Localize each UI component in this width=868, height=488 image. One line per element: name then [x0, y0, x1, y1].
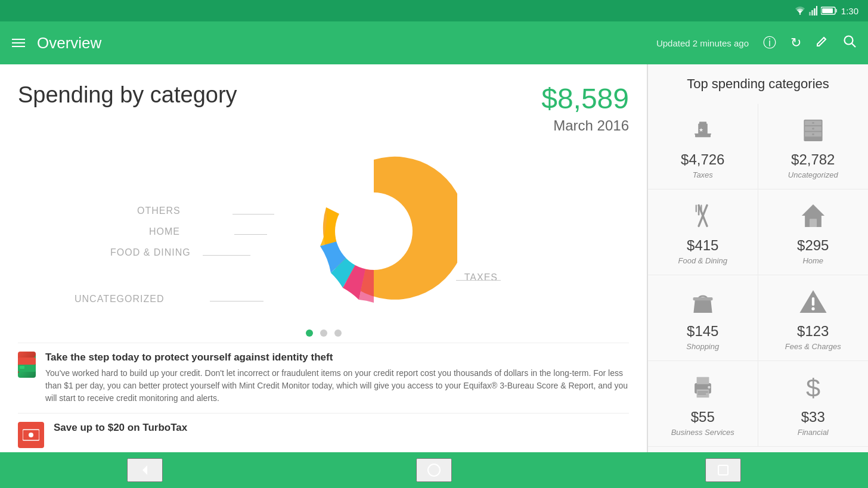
fees-amount: $123: [797, 323, 829, 340]
dot-3[interactable]: [334, 330, 342, 337]
svg-rect-11: [18, 358, 36, 365]
main-panel: Spending by category $8,589 March 2016 O…: [0, 64, 647, 452]
svg-point-15: [29, 433, 33, 437]
label-line-home: [234, 234, 267, 235]
recents-button[interactable]: [705, 458, 741, 482]
svg-rect-41: [696, 377, 709, 384]
taxes-amount: $4,726: [681, 151, 724, 168]
svg-rect-35: [693, 297, 712, 300]
label-home: HOME: [149, 226, 180, 237]
business-amount: $55: [691, 409, 715, 425]
notification-content-turbotax: Save up to $20 on TurboTax: [54, 422, 187, 437]
hamburger-menu[interactable]: [12, 39, 25, 47]
main-layout: Spending by category $8,589 March 2016 O…: [0, 64, 868, 452]
financial-name: Financial: [798, 428, 829, 437]
nav-updated-text: Updated 2 minutes ago: [656, 38, 749, 48]
uncategorized-name: Uncategorized: [788, 170, 838, 179]
category-shopping[interactable]: $145 Shopping: [648, 275, 758, 361]
top-spending-title: Top spending categories: [648, 76, 868, 92]
svg-point-47: [428, 464, 440, 476]
svg-point-44: [708, 386, 710, 388]
notification-icon-identity: [18, 352, 36, 378]
refresh-icon[interactable]: ↻: [790, 35, 801, 51]
edit-icon[interactable]: [816, 35, 829, 51]
business-icon: [686, 371, 720, 404]
financial-amount: $33: [801, 409, 825, 425]
status-bar: 1:30: [0, 0, 868, 21]
status-icons: 1:30: [795, 6, 858, 16]
food-name: Food & Dining: [678, 256, 727, 265]
label-food: FOOD & DINING: [110, 247, 191, 258]
top-nav-bar: Overview Updated 2 minutes ago ⓘ ↻: [0, 21, 868, 64]
chart-container: OTHERS HOME FOOD & DINING TAXES UNCATEGO…: [18, 140, 629, 325]
category-fees[interactable]: $123 Fees & Charges: [758, 275, 869, 361]
svg-rect-1: [809, 12, 811, 15]
svg-rect-25: [812, 122, 814, 124]
svg-rect-13: [20, 366, 24, 369]
svg-rect-27: [812, 133, 814, 135]
notif-body-identity: You've worked hard to build up your cred…: [45, 367, 629, 405]
home-button[interactable]: [416, 458, 452, 482]
signal-icon: [809, 6, 817, 15]
dot-1[interactable]: [306, 330, 313, 337]
spending-header: Spending by category $8,589 March 2016: [18, 82, 629, 134]
business-name: Business Services: [671, 428, 734, 437]
fees-icon: [796, 285, 830, 318]
notif-title-turbotax: Save up to $20 on TurboTax: [54, 422, 187, 434]
svg-point-8: [845, 36, 853, 45]
svg-line-9: [852, 43, 856, 48]
category-food-dining[interactable]: $415 Food & Dining: [648, 189, 758, 275]
svg-point-0: [799, 13, 801, 14]
amount-date: March 2016: [541, 117, 629, 134]
notification-turbotax[interactable]: Save up to $20 on TurboTax: [18, 413, 629, 452]
home-name: Home: [802, 256, 823, 265]
notification-icon-turbotax: [18, 422, 44, 448]
svg-text:★: ★: [699, 127, 703, 133]
donut-chart: [290, 148, 457, 317]
total-amount: $8,589: [541, 82, 629, 115]
category-financial[interactable]: $ $33 Financial: [758, 361, 869, 447]
category-home[interactable]: $295 Home: [758, 189, 869, 275]
label-taxes: TAXES: [464, 272, 498, 283]
svg-rect-3: [814, 8, 816, 15]
shopping-icon: [686, 285, 720, 318]
svg-rect-48: [718, 465, 728, 475]
svg-rect-6: [836, 9, 837, 13]
back-button[interactable]: [127, 458, 163, 482]
right-panel: Top spending categories ★ $4,726 T: [647, 64, 868, 452]
category-uncategorized[interactable]: $2,782 Uncategorized: [758, 104, 869, 189]
battery-icon: [821, 7, 838, 15]
time-display: 1:30: [841, 6, 858, 16]
wifi-icon: [795, 7, 805, 15]
shopping-name: Shopping: [686, 342, 719, 351]
notification-identity-theft[interactable]: Take the step today to protect yourself …: [18, 343, 629, 413]
nav-right: Updated 2 minutes ago ⓘ ↻: [656, 34, 856, 52]
financial-icon: $: [796, 371, 830, 404]
svg-rect-43: [698, 393, 706, 394]
svg-rect-4: [816, 6, 817, 15]
shopping-amount: $145: [687, 323, 718, 340]
label-line-food: [203, 255, 250, 256]
bottom-nav: [0, 452, 868, 488]
nav-left: Overview: [12, 34, 101, 52]
categories-grid: ★ $4,726 Taxes: [648, 104, 868, 447]
spending-title: Spending by category: [18, 82, 237, 108]
svg-point-10: [335, 192, 413, 270]
uncategorized-amount: $2,782: [791, 151, 835, 168]
label-line-others: [232, 214, 274, 215]
info-icon[interactable]: ⓘ: [763, 34, 776, 52]
notification-area: Take the step today to protect yourself …: [18, 343, 629, 452]
food-amount: $415: [687, 237, 718, 254]
svg-rect-34: [810, 219, 817, 227]
svg-point-38: [811, 307, 814, 310]
category-taxes[interactable]: ★ $4,726 Taxes: [648, 104, 758, 189]
label-line-taxes: [456, 280, 501, 281]
svg-rect-26: [812, 128, 814, 130]
uncategorized-icon: [796, 113, 830, 147]
category-business[interactable]: $55 Business Services: [648, 361, 758, 447]
fees-name: Fees & Charges: [785, 342, 841, 351]
search-icon[interactable]: [843, 35, 856, 51]
taxes-icon: ★: [686, 113, 720, 147]
svg-rect-2: [811, 10, 813, 15]
dot-2[interactable]: [320, 330, 327, 337]
